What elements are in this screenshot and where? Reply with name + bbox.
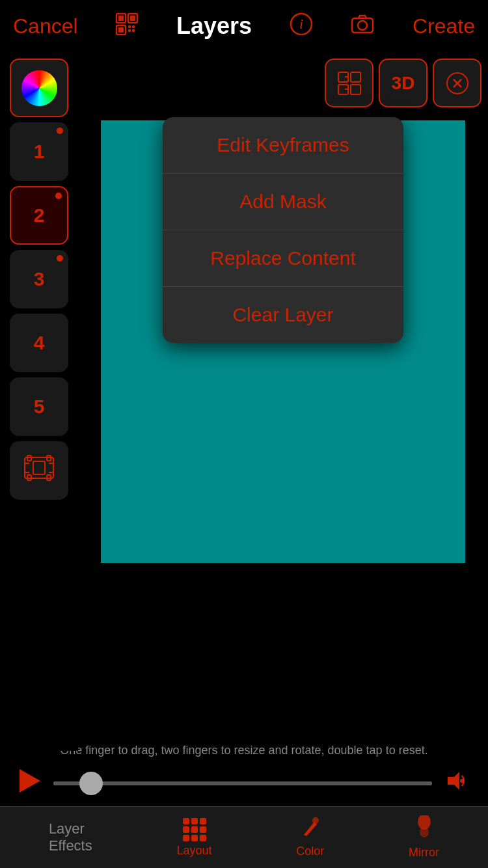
timeline-slider[interactable] — [53, 781, 432, 785]
layer-5-btn[interactable]: 5 — [10, 377, 68, 436]
svg-marker-34 — [448, 772, 459, 790]
header-center-icons — [115, 12, 139, 40]
page-title: Layers — [176, 12, 252, 40]
svg-point-36 — [312, 817, 319, 824]
color-wheel — [21, 70, 57, 106]
svg-point-35 — [460, 779, 464, 783]
clear-layer-btn[interactable]: Clear Layer — [163, 287, 403, 343]
svg-point-13 — [358, 21, 367, 30]
header: Cancel Layers i — [0, 0, 488, 52]
info-icon[interactable]: i — [290, 12, 313, 40]
cancel-button[interactable]: Cancel — [13, 14, 78, 38]
svg-rect-25 — [351, 72, 360, 82]
layout-tab-label: Layout — [177, 844, 212, 858]
lightbulb-button[interactable] — [433, 59, 481, 107]
play-button[interactable] — [20, 769, 40, 798]
layer-2-btn[interactable]: 2 — [10, 186, 68, 245]
svg-rect-6 — [128, 25, 131, 28]
svg-rect-1 — [118, 16, 124, 21]
3d-button[interactable]: 3D — [379, 59, 427, 107]
layout-icon — [183, 818, 206, 841]
svg-marker-33 — [20, 769, 40, 793]
color-tab-label: Color — [296, 845, 324, 858]
filmstrip-btn[interactable] — [10, 441, 68, 500]
playback-bar — [0, 761, 488, 806]
slider-thumb[interactable] — [79, 772, 103, 795]
svg-rect-19 — [33, 461, 45, 474]
color-layer-btn[interactable] — [10, 59, 68, 117]
svg-point-38 — [420, 827, 429, 837]
svg-rect-27 — [351, 85, 360, 94]
qr-icon[interactable] — [115, 12, 139, 40]
color-icon — [300, 817, 321, 842]
mirror-tab[interactable]: Mirror — [409, 815, 439, 860]
main-area: 1 2 3 4 5 — [0, 52, 488, 751]
edit-keyframes-btn[interactable]: Edit Keyframes — [163, 117, 403, 174]
layer-dot — [57, 255, 63, 262]
layout-tab[interactable]: Layout — [177, 818, 212, 858]
layer-3-btn[interactable]: 3 — [10, 250, 68, 308]
layer-number: 5 — [34, 396, 45, 418]
svg-rect-3 — [130, 16, 135, 21]
svg-rect-8 — [128, 29, 131, 32]
slider-track — [53, 781, 432, 785]
layer-1-btn[interactable]: 1 — [10, 122, 68, 181]
svg-rect-7 — [132, 25, 135, 28]
layer-dot — [57, 128, 63, 134]
layer-number: 4 — [34, 332, 45, 354]
layer-effects-label-2: Effects — [49, 837, 92, 854]
mirror-tab-label: Mirror — [409, 846, 439, 860]
svg-rect-5 — [118, 27, 124, 33]
layer-4-btn[interactable]: 4 — [10, 314, 68, 372]
layer-number: 3 — [34, 268, 45, 290]
layer-number: 2 — [34, 204, 45, 226]
svg-text:i: i — [299, 16, 303, 32]
volume-button[interactable] — [445, 769, 468, 798]
layers-sidebar: 1 2 3 4 5 — [0, 52, 78, 751]
create-button[interactable]: Create — [413, 14, 475, 38]
bottom-tab-bar: Layer Effects Layout Color — [0, 806, 488, 868]
replace-content-btn[interactable]: Replace Content — [163, 230, 403, 287]
mirror-icon — [414, 815, 435, 843]
film-icon — [24, 455, 54, 487]
layer-effects-tab[interactable]: Layer Effects — [49, 821, 92, 855]
layer-effects-label-1: Layer — [49, 821, 85, 837]
add-mask-btn[interactable]: Add Mask — [163, 174, 403, 230]
svg-rect-9 — [132, 29, 135, 32]
camera-icon[interactable] — [350, 12, 375, 41]
layer-dot — [55, 193, 62, 199]
layout-toolbar-btn[interactable] — [325, 59, 373, 107]
layer-number: 1 — [34, 141, 45, 163]
color-tab[interactable]: Color — [296, 817, 324, 858]
right-toolbar: 3D — [325, 59, 488, 107]
context-menu: Edit Keyframes Add Mask Replace Content … — [163, 117, 403, 343]
